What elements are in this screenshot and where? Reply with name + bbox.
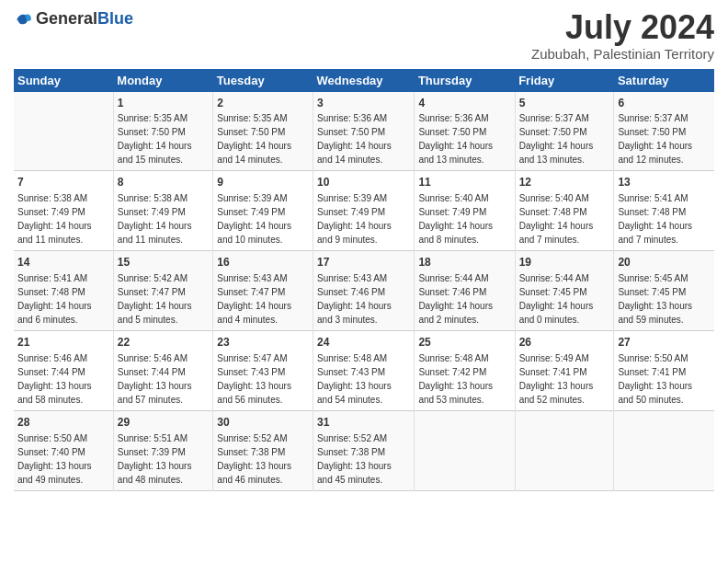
week-row-0: 1Sunrise: 5:35 AM Sunset: 7:50 PM Daylig… — [14, 92, 714, 171]
calendar-cell: 7Sunrise: 5:38 AM Sunset: 7:49 PM Daylig… — [14, 171, 113, 251]
day-info: Sunrise: 5:51 AM Sunset: 7:39 PM Dayligh… — [118, 433, 192, 485]
logo-blue: Blue — [97, 9, 133, 28]
calendar-cell: 13Sunrise: 5:41 AM Sunset: 7:48 PM Dayli… — [614, 171, 714, 251]
header-row: SundayMondayTuesdayWednesdayThursdayFrid… — [14, 69, 714, 92]
header: GeneralBlue July 2024 Zububah, Palestini… — [14, 9, 714, 62]
subtitle: Zububah, Palestinian Territory — [531, 46, 714, 62]
day-number: 14 — [17, 255, 109, 270]
calendar-cell: 12Sunrise: 5:40 AM Sunset: 7:48 PM Dayli… — [515, 171, 614, 251]
day-number: 19 — [519, 255, 610, 270]
day-number: 26 — [519, 335, 610, 350]
day-info: Sunrise: 5:46 AM Sunset: 7:44 PM Dayligh… — [118, 353, 192, 405]
day-number: 18 — [418, 255, 510, 270]
calendar-cell: 6Sunrise: 5:37 AM Sunset: 7:50 PM Daylig… — [614, 92, 714, 171]
day-info: Sunrise: 5:40 AM Sunset: 7:48 PM Dayligh… — [519, 193, 594, 245]
day-info: Sunrise: 5:38 AM Sunset: 7:49 PM Dayligh… — [118, 193, 192, 245]
col-header-saturday: Saturday — [614, 69, 714, 92]
calendar-cell — [14, 92, 113, 171]
calendar-cell: 1Sunrise: 5:35 AM Sunset: 7:50 PM Daylig… — [113, 92, 213, 171]
day-number: 21 — [17, 335, 109, 350]
day-info: Sunrise: 5:37 AM Sunset: 7:50 PM Dayligh… — [519, 113, 594, 165]
calendar-cell: 29Sunrise: 5:51 AM Sunset: 7:39 PM Dayli… — [113, 410, 213, 490]
logo-text: GeneralBlue — [36, 9, 133, 29]
day-number: 9 — [217, 175, 309, 190]
day-number: 4 — [418, 96, 510, 111]
day-info: Sunrise: 5:41 AM Sunset: 7:48 PM Dayligh… — [17, 273, 92, 325]
day-info: Sunrise: 5:37 AM Sunset: 7:50 PM Dayligh… — [618, 113, 692, 165]
page: GeneralBlue July 2024 Zububah, Palestini… — [0, 0, 728, 563]
calendar-cell: 23Sunrise: 5:47 AM Sunset: 7:43 PM Dayli… — [213, 330, 313, 410]
calendar-cell: 10Sunrise: 5:39 AM Sunset: 7:49 PM Dayli… — [313, 171, 415, 251]
day-number: 23 — [217, 335, 309, 350]
calendar-cell: 9Sunrise: 5:39 AM Sunset: 7:49 PM Daylig… — [213, 171, 313, 251]
day-info: Sunrise: 5:43 AM Sunset: 7:47 PM Dayligh… — [217, 273, 291, 325]
calendar-cell: 27Sunrise: 5:50 AM Sunset: 7:41 PM Dayli… — [614, 330, 714, 410]
day-number: 11 — [418, 175, 510, 190]
calendar-cell: 30Sunrise: 5:52 AM Sunset: 7:38 PM Dayli… — [213, 410, 313, 490]
logo-icon — [14, 10, 32, 29]
day-number: 25 — [418, 335, 510, 350]
day-number: 5 — [519, 96, 610, 111]
week-row-2: 14Sunrise: 5:41 AM Sunset: 7:48 PM Dayli… — [14, 251, 714, 331]
col-header-tuesday: Tuesday — [213, 69, 313, 92]
day-number: 20 — [618, 255, 711, 270]
calendar-cell: 5Sunrise: 5:37 AM Sunset: 7:50 PM Daylig… — [515, 92, 614, 171]
day-number: 6 — [618, 96, 711, 111]
day-info: Sunrise: 5:36 AM Sunset: 7:50 PM Dayligh… — [317, 113, 392, 165]
calendar-cell: 4Sunrise: 5:36 AM Sunset: 7:50 PM Daylig… — [415, 92, 515, 171]
day-info: Sunrise: 5:50 AM Sunset: 7:41 PM Dayligh… — [618, 353, 692, 405]
col-header-thursday: Thursday — [415, 69, 515, 92]
day-info: Sunrise: 5:50 AM Sunset: 7:40 PM Dayligh… — [17, 433, 92, 485]
day-info: Sunrise: 5:40 AM Sunset: 7:49 PM Dayligh… — [418, 193, 493, 245]
day-info: Sunrise: 5:52 AM Sunset: 7:38 PM Dayligh… — [217, 433, 291, 485]
col-header-sunday: Sunday — [14, 69, 113, 92]
day-number: 7 — [17, 175, 109, 190]
day-number: 15 — [118, 255, 210, 270]
day-number: 12 — [519, 175, 610, 190]
calendar-cell: 15Sunrise: 5:42 AM Sunset: 7:47 PM Dayli… — [113, 251, 213, 331]
calendar-cell — [415, 410, 515, 490]
calendar-cell — [614, 410, 714, 490]
day-info: Sunrise: 5:36 AM Sunset: 7:50 PM Dayligh… — [418, 113, 493, 165]
day-info: Sunrise: 5:48 AM Sunset: 7:43 PM Dayligh… — [317, 353, 392, 405]
calendar-cell: 2Sunrise: 5:35 AM Sunset: 7:50 PM Daylig… — [213, 92, 313, 171]
day-info: Sunrise: 5:42 AM Sunset: 7:47 PM Dayligh… — [118, 273, 192, 325]
calendar-cell: 14Sunrise: 5:41 AM Sunset: 7:48 PM Dayli… — [14, 251, 113, 331]
day-info: Sunrise: 5:49 AM Sunset: 7:41 PM Dayligh… — [519, 353, 594, 405]
day-number: 2 — [217, 96, 309, 111]
calendar-cell: 11Sunrise: 5:40 AM Sunset: 7:49 PM Dayli… — [415, 171, 515, 251]
day-info: Sunrise: 5:35 AM Sunset: 7:50 PM Dayligh… — [118, 113, 192, 165]
calendar-cell: 16Sunrise: 5:43 AM Sunset: 7:47 PM Dayli… — [213, 251, 313, 331]
day-number: 31 — [317, 415, 410, 431]
day-info: Sunrise: 5:41 AM Sunset: 7:48 PM Dayligh… — [618, 193, 692, 245]
col-header-monday: Monday — [113, 69, 213, 92]
day-info: Sunrise: 5:35 AM Sunset: 7:50 PM Dayligh… — [217, 113, 291, 165]
day-info: Sunrise: 5:38 AM Sunset: 7:49 PM Dayligh… — [17, 193, 92, 245]
calendar-table: SundayMondayTuesdayWednesdayThursdayFrid… — [14, 69, 714, 491]
main-title: July 2024 — [531, 9, 714, 46]
day-info: Sunrise: 5:39 AM Sunset: 7:49 PM Dayligh… — [217, 193, 291, 245]
day-number: 10 — [317, 175, 410, 190]
day-info: Sunrise: 5:48 AM Sunset: 7:42 PM Dayligh… — [418, 353, 493, 405]
day-number: 30 — [217, 415, 309, 431]
calendar-cell: 19Sunrise: 5:44 AM Sunset: 7:45 PM Dayli… — [515, 251, 614, 331]
day-info: Sunrise: 5:43 AM Sunset: 7:46 PM Dayligh… — [317, 273, 392, 325]
day-number: 27 — [618, 335, 711, 350]
calendar-cell: 17Sunrise: 5:43 AM Sunset: 7:46 PM Dayli… — [313, 251, 415, 331]
day-number: 28 — [17, 415, 109, 431]
calendar-cell: 3Sunrise: 5:36 AM Sunset: 7:50 PM Daylig… — [313, 92, 415, 171]
day-info: Sunrise: 5:44 AM Sunset: 7:45 PM Dayligh… — [519, 273, 594, 325]
day-info: Sunrise: 5:44 AM Sunset: 7:46 PM Dayligh… — [418, 273, 493, 325]
day-number: 1 — [118, 96, 210, 111]
logo: GeneralBlue — [14, 9, 133, 29]
calendar-cell: 21Sunrise: 5:46 AM Sunset: 7:44 PM Dayli… — [14, 330, 113, 410]
day-number: 16 — [217, 255, 309, 270]
calendar-cell: 8Sunrise: 5:38 AM Sunset: 7:49 PM Daylig… — [113, 171, 213, 251]
day-info: Sunrise: 5:46 AM Sunset: 7:44 PM Dayligh… — [17, 353, 92, 405]
calendar-cell: 20Sunrise: 5:45 AM Sunset: 7:45 PM Dayli… — [614, 251, 714, 331]
calendar-cell: 25Sunrise: 5:48 AM Sunset: 7:42 PM Dayli… — [415, 330, 515, 410]
title-block: July 2024 Zububah, Palestinian Territory — [531, 9, 714, 62]
col-header-friday: Friday — [515, 69, 614, 92]
calendar-cell: 24Sunrise: 5:48 AM Sunset: 7:43 PM Dayli… — [313, 330, 415, 410]
logo-general: General — [36, 9, 97, 28]
